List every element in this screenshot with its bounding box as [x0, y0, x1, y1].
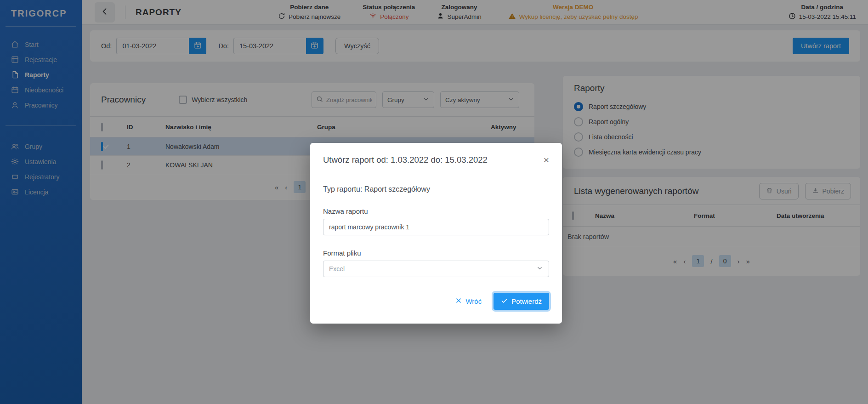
confirm-button[interactable]: Potwierdź: [494, 293, 549, 310]
report-name-field: Nazwa raportu: [310, 193, 562, 235]
report-name-input[interactable]: [323, 219, 549, 235]
chevron-down-icon: [536, 265, 543, 273]
modal-title: Utwórz raport od: 1.03.2022 do: 15.03.20…: [323, 155, 488, 165]
create-report-modal: Utwórz raport od: 1.03.2022 do: 15.03.20…: [310, 143, 562, 324]
file-format-field: Format pliku Excel: [310, 235, 562, 277]
close-icon[interactable]: ×: [544, 155, 549, 165]
close-x-icon: [455, 297, 462, 305]
back-cancel-button[interactable]: Wróć: [455, 297, 482, 305]
app-window: TRIGORCP Start Rejestracje Raporty Nieob…: [0, 0, 868, 404]
modal-footer: Wróć Potwierdź: [310, 277, 562, 324]
modal-header: Utwórz raport od: 1.03.2022 do: 15.03.20…: [310, 143, 562, 165]
check-icon: [501, 297, 508, 306]
report-name-label: Nazwa raportu: [323, 207, 549, 215]
report-type-text: Typ raportu: Raport szczegółowy: [310, 165, 562, 193]
file-format-select[interactable]: Excel: [323, 261, 549, 277]
file-format-label: Format pliku: [323, 249, 549, 257]
